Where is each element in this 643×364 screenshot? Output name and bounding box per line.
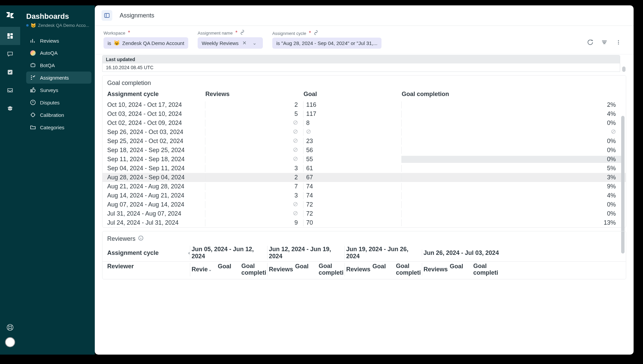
sort-down-icon[interactable]: ⌄ bbox=[208, 267, 212, 272]
sidebar-item-categories[interactable]: Categories bbox=[26, 121, 91, 133]
empty-icon bbox=[293, 210, 298, 217]
table-row[interactable]: Sep 11, 2024 - Sep 18, 2024550% bbox=[103, 155, 626, 164]
table-row[interactable]: Oct 02, 2024 - Oct 09, 202480% bbox=[103, 119, 626, 128]
table-row[interactable]: Jul 31, 2024 - Aug 07, 2024720% bbox=[103, 209, 626, 218]
reviewers-cycle-header[interactable]: Assignment cycle ‹ bbox=[107, 249, 190, 257]
col-header-completion[interactable]: Goalcompleti bbox=[241, 263, 267, 276]
cycle-col-header[interactable]: Jun 05, 2024 - Jun 12, 2024 bbox=[190, 246, 267, 260]
cell-completion: 0% bbox=[402, 156, 621, 163]
nav-check-icon[interactable] bbox=[0, 63, 20, 81]
filter-workspace-chip[interactable]: is 😺 Zendesk QA Demo Account bbox=[104, 37, 188, 49]
circle-gradient-icon bbox=[30, 50, 36, 56]
filter-cycle-chip[interactable]: is "Aug 28, 2024 - Sep 04, 2024" or "Jul… bbox=[272, 38, 381, 49]
table-row[interactable]: Aug 07, 2024 - Aug 14, 2024720% bbox=[103, 200, 626, 209]
col-header-reviews[interactable]: Reviews bbox=[269, 263, 295, 276]
cell-goal: 117 bbox=[304, 110, 402, 118]
alert-circle-icon bbox=[30, 99, 36, 105]
table-row[interactable]: Sep 04, 2024 - Sep 11, 20243615% bbox=[103, 164, 626, 173]
cell-cycle: Jul 31, 2024 - Aug 07, 2024 bbox=[107, 210, 205, 217]
table-row[interactable]: Aug 21, 2024 - Aug 28, 20247749% bbox=[103, 182, 626, 191]
cell-reviews: 3 bbox=[205, 165, 304, 172]
cell-goal: 72 bbox=[304, 210, 402, 217]
cell-cycle: Sep 18, 2024 - Sep 25, 2024 bbox=[107, 147, 205, 154]
cycle-col-header[interactable]: Jun 19, 2024 - Jun 26, 2024 bbox=[345, 246, 422, 260]
cell-reviews bbox=[205, 129, 304, 136]
cycle-col-header[interactable]: Jun 26, 2024 - Jul 03, 2024 bbox=[422, 249, 499, 257]
col-header-goal[interactable]: Goal bbox=[218, 263, 241, 276]
table-row[interactable]: Aug 14, 2024 - Aug 21, 20243744% bbox=[103, 191, 626, 200]
col-header-goal[interactable]: Goal bbox=[295, 263, 319, 276]
sidebar-item-calibration[interactable]: Calibration bbox=[26, 109, 91, 121]
col-header-goal[interactable]: Goal bbox=[372, 263, 396, 276]
table-row[interactable]: Oct 10, 2024 - Oct 17, 202421162% bbox=[103, 100, 626, 109]
cell-reviews: 5 bbox=[205, 110, 304, 118]
table-row[interactable]: Oct 03, 2024 - Oct 10, 202451174% bbox=[103, 109, 626, 119]
svg-rect-1 bbox=[10, 33, 13, 35]
last-updated-label: Last updated bbox=[103, 55, 620, 63]
table-row[interactable]: Sep 25, 2024 - Oct 02, 2024230% bbox=[103, 137, 626, 146]
reviewers-header-row: Assignment cycle ‹ Jun 05, 2024 - Jun 12… bbox=[103, 245, 626, 262]
more-options-button[interactable] bbox=[615, 39, 621, 47]
nav-learn-icon[interactable] bbox=[0, 99, 20, 118]
cycle-col-header[interactable]: Jun 12, 2024 - Jun 19, 2024 bbox=[267, 246, 345, 260]
help-icon[interactable] bbox=[0, 324, 20, 331]
svg-point-5 bbox=[7, 324, 13, 330]
col-header-goal[interactable]: Goal bbox=[450, 263, 473, 276]
table-row[interactable]: Sep 18, 2024 - Sep 25, 2024560% bbox=[103, 146, 626, 155]
cell-goal: 116 bbox=[304, 101, 402, 108]
table-row[interactable]: Aug 28, 2024 - Sep 04, 20242673% bbox=[103, 173, 626, 182]
cell-reviews bbox=[205, 147, 304, 154]
col-header-completion[interactable]: Goal completion bbox=[402, 91, 621, 98]
col-header-completion[interactable]: Goalcompleti bbox=[319, 263, 345, 276]
remove-chip-icon[interactable]: ✕ bbox=[241, 40, 248, 46]
sidebar-item-surveys[interactable]: Surveys bbox=[26, 84, 91, 96]
sidebar-toggle-button[interactable] bbox=[102, 10, 112, 21]
col-header-cycle[interactable]: Assignment cycle bbox=[107, 91, 205, 98]
sidebar-item-disputes[interactable]: Disputes bbox=[26, 96, 91, 108]
cell-completion: 4% bbox=[402, 110, 621, 118]
nav-dashboards-icon[interactable] bbox=[0, 27, 20, 45]
empty-icon bbox=[611, 129, 616, 135]
col-header-reviewer[interactable]: Reviewer bbox=[107, 263, 190, 276]
sidebar-item-reviews[interactable]: Reviews bbox=[26, 35, 91, 47]
col-header-completion[interactable]: Goalcompleti bbox=[396, 263, 422, 276]
col-header-goal[interactable]: Goal bbox=[304, 91, 402, 98]
table-row[interactable]: Sep 26, 2024 - Oct 03, 2024 bbox=[103, 128, 626, 137]
cell-completion: 2% bbox=[402, 101, 621, 108]
chevron-down-icon[interactable]: ⌄ bbox=[250, 40, 259, 46]
sidebar-item-assignments[interactable]: Assignments bbox=[26, 72, 91, 84]
empty-icon bbox=[293, 147, 298, 153]
user-avatar[interactable] bbox=[5, 337, 15, 347]
filter-assignment-chip[interactable]: Weekly Reviews ✕ ⌄ bbox=[198, 37, 263, 49]
col-header-reviews[interactable]: Reviews bbox=[424, 263, 450, 276]
sidebar-account[interactable]: 😺 Zendesk QA Demo Acco... bbox=[26, 23, 91, 28]
page-title: Assignments bbox=[120, 12, 154, 19]
status-dot-icon bbox=[26, 24, 29, 27]
cell-cycle: Oct 02, 2024 - Oct 09, 2024 bbox=[107, 120, 205, 127]
info-icon[interactable] bbox=[138, 235, 144, 242]
cell-completion: 9% bbox=[402, 183, 621, 190]
required-icon: * bbox=[235, 30, 237, 36]
cell-reviews: 9 bbox=[205, 219, 304, 226]
svg-point-6 bbox=[9, 326, 11, 329]
sidebar-item-autoqa[interactable]: AutoQA bbox=[26, 47, 91, 59]
filter-settings-button[interactable] bbox=[601, 39, 607, 47]
cell-goal: 70 bbox=[304, 219, 402, 226]
col-header-revie[interactable]: Revie⌄ bbox=[192, 263, 218, 276]
sidebar: Dashboards 😺 Zendesk QA Demo Acco... Rev… bbox=[20, 5, 95, 355]
svg-rect-3 bbox=[7, 37, 10, 39]
reviewers-section: Reviewers Assignment cycle ‹ Jun 05, 202… bbox=[102, 231, 626, 279]
sidebar-item-botqa[interactable]: BotQA bbox=[26, 59, 91, 71]
last-updated-value: 16.10.2024 08.45 UTC bbox=[103, 63, 620, 72]
col-header-completion[interactable]: Goalcompleti bbox=[473, 263, 499, 276]
cell-cycle: Aug 21, 2024 - Aug 28, 2024 bbox=[107, 183, 205, 190]
col-header-reviews[interactable]: Reviews bbox=[346, 263, 372, 276]
table-row[interactable]: Jul 24, 2024 - Jul 31, 202497013% bbox=[103, 218, 626, 227]
scrollbar-thumb[interactable] bbox=[622, 66, 626, 72]
col-header-reviews[interactable]: Reviews bbox=[205, 91, 304, 98]
nav-inbox-icon[interactable] bbox=[0, 81, 20, 99]
refresh-button[interactable] bbox=[587, 39, 593, 47]
cell-reviews: 2 bbox=[205, 101, 304, 108]
nav-chat-icon[interactable] bbox=[0, 45, 20, 63]
cell-goal: 74 bbox=[304, 192, 402, 199]
